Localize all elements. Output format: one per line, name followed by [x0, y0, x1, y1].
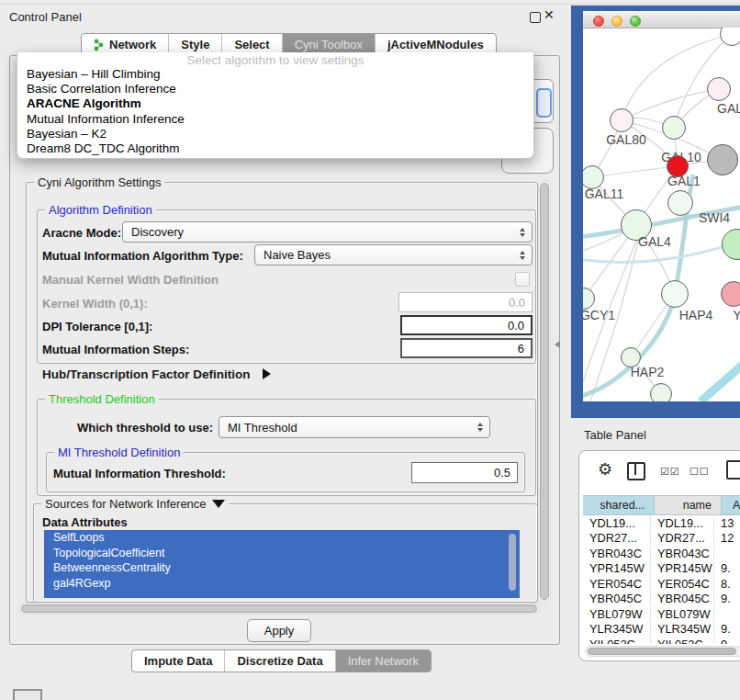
table-row[interactable]: YBR045CYBR045C9. [583, 592, 740, 607]
hub-expand-arrow-icon[interactable] [263, 368, 271, 379]
close-traffic-light-icon[interactable] [593, 16, 604, 27]
algorithm-option[interactable]: Dream8 DC_TDC Algorithm [17, 141, 533, 156]
table-row[interactable]: YIL052CYIL052C9 [583, 637, 740, 644]
network-icon [94, 39, 105, 51]
deselect-all-columns-icon[interactable]: ☐☐ [690, 466, 710, 478]
aracne-mode-label: Aracne Mode: [42, 226, 121, 240]
table-cell: YDL19... [651, 516, 714, 530]
table-panel: ⚙ ☑☑ ☐☐ shared...nameA YDL19...YDL19...1… [578, 450, 740, 661]
algorithm-option[interactable]: Mutual Information Inference [17, 112, 533, 127]
data-attribute-item[interactable]: SelfLoops [44, 530, 520, 546]
network-window-frame: GALGAL80GAL10GAL1GAL11SWI4GAL4GCY1HAP4YH… [571, 6, 740, 418]
network-node-gal10[interactable] [662, 116, 686, 140]
settings-group-title: Cyni Algorithm Settings [34, 175, 164, 189]
network-node-swi4[interactable] [667, 190, 693, 216]
table-cell: YBR043C [651, 547, 714, 560]
node-label: GAL80 [606, 132, 646, 147]
settings-hscrollbar[interactable] [18, 603, 540, 615]
data-attribute-item[interactable]: TopologicalCoefficient [44, 546, 520, 561]
mi-steps-label: Mutual Information Steps: [42, 343, 189, 356]
table-row[interactable]: YPR145WYPR145W9. [583, 561, 740, 577]
column-header[interactable]: shared... [583, 495, 655, 515]
network-window: GALGAL80GAL10GAL1GAL11SWI4GAL4GCY1HAP4YH… [583, 11, 740, 401]
which-threshold-combo[interactable]: MI Threshold [219, 416, 490, 438]
table-cell: 9 [714, 638, 740, 644]
network-node-gal80[interactable] [610, 108, 633, 132]
bottom-left-partial-button[interactable] [13, 689, 42, 700]
table-cell: YER054C [583, 577, 651, 591]
network-node-gal[interactable] [707, 77, 731, 101]
table-cell: YIL052C [583, 638, 651, 644]
table-row[interactable]: YLR345WYLR345W9. [583, 622, 740, 638]
float-window-icon[interactable] [530, 12, 541, 23]
data-attribute-item[interactable]: gal4RGexp [44, 576, 520, 592]
dpi-tolerance-label: DPI Tolerance [0,1]: [42, 320, 152, 333]
algorithm-option[interactable]: Bayesian – Hill Climbing [17, 67, 533, 82]
network-node-y[interactable] [721, 281, 740, 307]
node-label: SWI4 [699, 210, 730, 225]
table-cell: YDL19... [583, 516, 651, 530]
network-node[interactable] [650, 383, 672, 401]
zoom-traffic-light-icon[interactable] [630, 16, 641, 27]
data-attribute-item[interactable]: BetweennessCentrality [44, 560, 520, 576]
close-icon[interactable]: ✕ [544, 7, 555, 22]
node-label: Y [733, 308, 740, 322]
table-cell: YLR345W [651, 622, 714, 636]
kernel-width-label: Kernel Width (0,1): [42, 297, 148, 310]
node-label: GCY1 [583, 308, 615, 322]
apply-button[interactable]: Apply [247, 619, 311, 642]
select-all-columns-icon[interactable]: ☑☑ [660, 466, 680, 478]
table-cell: YIL052C [651, 638, 714, 644]
algorithm-option[interactable]: Bayesian – K2 [17, 127, 533, 141]
table-cell: 9. [714, 561, 740, 575]
tab-infer-network[interactable]: Infer Network [335, 650, 431, 672]
algorithm-option[interactable]: Basic Correlation Inference [17, 82, 533, 96]
attr-list-scrollbar[interactable] [509, 534, 516, 591]
minimize-traffic-light-icon[interactable] [611, 16, 622, 27]
aracne-mode-combo[interactable]: Discovery [122, 221, 533, 243]
table-cell: 9. [714, 592, 740, 605]
table-panel-title: Table Panel [584, 428, 646, 442]
bottom-tabs: Impute Data Discretize Data Infer Networ… [131, 649, 432, 672]
table-row[interactable]: YDR27...YDR27...12 [583, 531, 740, 547]
manual-kernel-checkbox[interactable] [515, 272, 530, 287]
manual-kernel-label: Manual Kernel Width Definition [42, 273, 219, 287]
algorithm-list: Bayesian – Hill ClimbingBasic Correlatio… [17, 67, 533, 156]
node-label: GAL4 [638, 234, 671, 249]
algorithm-dropdown-popup: Select algorithm to view settings Bayesi… [17, 52, 534, 159]
table-cell: 13 [714, 516, 740, 530]
mi-type-combo[interactable]: Naive Bayes [254, 244, 533, 265]
sources-collapse-arrow-icon[interactable] [212, 500, 225, 508]
network-node[interactable] [707, 144, 738, 175]
gear-icon[interactable]: ⚙ [598, 459, 612, 480]
new-table-icon[interactable] [726, 460, 740, 480]
split-columns-icon[interactable] [627, 462, 645, 480]
network-titlebar[interactable] [583, 11, 740, 28]
table-row[interactable]: YER054CYER054C8. [583, 576, 740, 592]
panel-splitter-arrow[interactable] [555, 341, 560, 348]
tab-network-label: Network [109, 38, 156, 51]
network-canvas[interactable]: GALGAL80GAL10GAL1GAL11SWI4GAL4GCY1HAP4YH… [583, 28, 740, 401]
network-node-hap4[interactable] [661, 280, 689, 308]
dpi-tolerance-field[interactable]: 0.0 [400, 315, 533, 335]
column-header[interactable]: name [655, 495, 722, 515]
which-threshold-label: Which threshold to use: [77, 421, 213, 435]
table-row[interactable]: YBR043CYBR043C [583, 546, 740, 561]
tab-discretize-data[interactable]: Discretize Data [224, 650, 334, 672]
table-cell: YPR145W [651, 561, 714, 575]
table-hscrollbar[interactable] [585, 646, 740, 657]
table-row[interactable]: YDL19...YDL19...13 [583, 515, 740, 531]
mi-steps-field[interactable]: 6 [400, 338, 533, 358]
tab-impute-data[interactable]: Impute Data [132, 650, 224, 672]
table-row[interactable]: YBL079WYBL079W [583, 606, 740, 622]
table-cell: YER054C [651, 577, 714, 591]
mi-threshold-field[interactable]: 0.5 [411, 462, 518, 483]
table-cell: YPR145W [583, 561, 651, 575]
column-header[interactable]: A [722, 495, 740, 515]
algorithm-option[interactable]: ARACNE Algorithm [17, 96, 533, 111]
mi-type-label: Mutual Information Algorithm Type: [42, 249, 243, 263]
settings-vscrollbar[interactable] [538, 180, 551, 603]
spinner-icon [520, 251, 525, 260]
node-label: HAP2 [631, 365, 665, 379]
table-cell: YBL079W [583, 607, 651, 621]
